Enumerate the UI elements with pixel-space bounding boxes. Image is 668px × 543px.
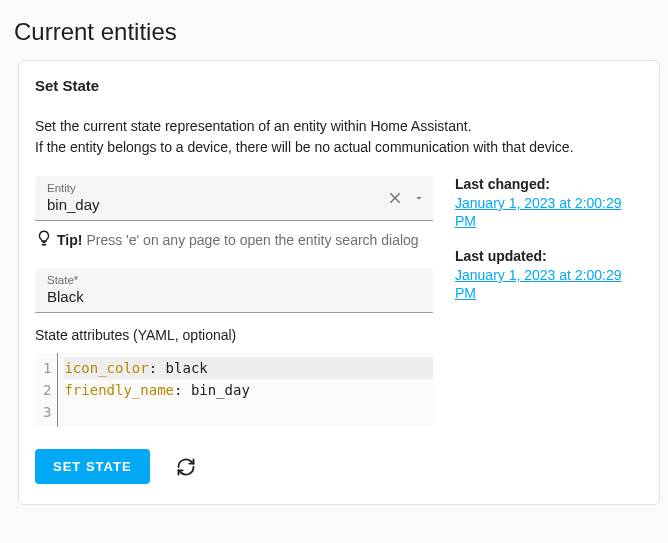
refresh-icon bbox=[176, 457, 196, 477]
description-line-2: If the entity belongs to a device, there… bbox=[35, 137, 643, 158]
code-lines[interactable]: icon_color: black friendly_name: bin_day bbox=[58, 353, 433, 427]
yaml-editor[interactable]: 1 2 3 icon_color: black friendly_name: b… bbox=[35, 353, 433, 427]
line-number: 2 bbox=[43, 379, 51, 401]
lightbulb-icon bbox=[35, 229, 53, 250]
gutter: 1 2 3 bbox=[35, 353, 58, 427]
attributes-label: State attributes (YAML, optional) bbox=[35, 327, 433, 343]
clear-icon[interactable] bbox=[387, 190, 403, 206]
code-line: icon_color: black bbox=[64, 357, 433, 379]
card-title: Set State bbox=[35, 77, 643, 94]
last-changed-link[interactable]: January 1, 2023 at 2:00:29 PM bbox=[455, 195, 622, 229]
chevron-down-icon[interactable] bbox=[413, 192, 425, 204]
entity-field[interactable]: Entity bbox=[35, 176, 433, 221]
line-number: 1 bbox=[43, 357, 51, 379]
refresh-button[interactable] bbox=[172, 453, 200, 481]
entity-input[interactable] bbox=[47, 196, 421, 213]
last-updated-label: Last updated: bbox=[455, 248, 643, 264]
code-line bbox=[64, 401, 433, 423]
last-updated-block: Last updated: January 1, 2023 at 2:00:29… bbox=[455, 248, 643, 302]
last-changed-block: Last changed: January 1, 2023 at 2:00:29… bbox=[455, 176, 643, 230]
page-title: Current entities bbox=[0, 0, 668, 60]
card-description: Set the current state representation of … bbox=[35, 116, 643, 158]
entity-label: Entity bbox=[47, 182, 421, 194]
state-label: State* bbox=[47, 274, 421, 286]
line-number: 3 bbox=[43, 401, 51, 423]
last-changed-label: Last changed: bbox=[455, 176, 643, 192]
code-line: friendly_name: bin_day bbox=[64, 379, 433, 401]
set-state-card: Set State Set the current state represen… bbox=[18, 60, 660, 505]
tip-row: Tip! Press 'e' on any page to open the e… bbox=[35, 229, 433, 250]
state-field[interactable]: State* bbox=[35, 268, 433, 313]
last-updated-link[interactable]: January 1, 2023 at 2:00:29 PM bbox=[455, 267, 622, 301]
state-input[interactable] bbox=[47, 288, 421, 305]
tip-label: Tip! bbox=[57, 232, 82, 248]
tip-text: Press 'e' on any page to open the entity… bbox=[86, 232, 418, 248]
description-line-1: Set the current state representation of … bbox=[35, 116, 643, 137]
set-state-button[interactable]: SET STATE bbox=[35, 449, 150, 484]
